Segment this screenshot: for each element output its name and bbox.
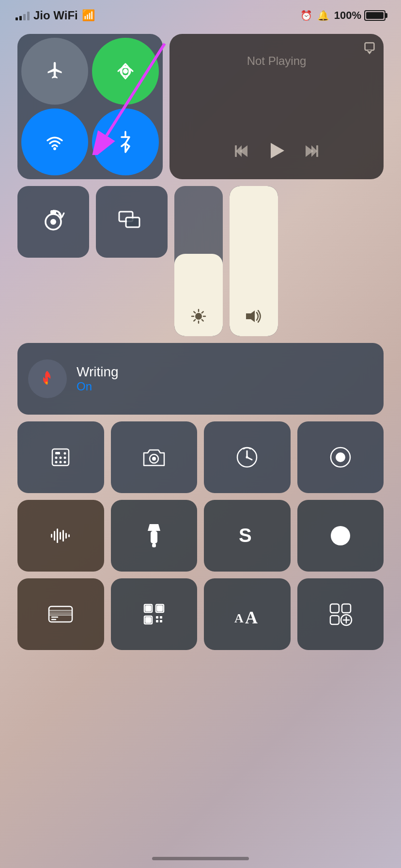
wifi-icon: 📶 <box>82 9 95 22</box>
media-play-button[interactable] <box>266 140 287 166</box>
svg-text:A: A <box>234 611 244 625</box>
top-row: Not Playing <box>17 34 384 179</box>
svg-rect-5 <box>365 43 374 50</box>
icon-row-2: S <box>17 500 384 572</box>
svg-rect-69 <box>160 616 162 619</box>
flashlight-button[interactable] <box>111 500 198 572</box>
screen-mirror-button[interactable] <box>96 186 168 258</box>
writing-tools-icon <box>28 359 67 398</box>
volume-slider[interactable] <box>230 186 278 336</box>
signal-bar-2 <box>19 16 22 20</box>
svg-point-35 <box>60 461 62 464</box>
svg-point-3 <box>123 69 128 74</box>
text-size-button[interactable]: A A <box>204 578 291 650</box>
svg-text:S: S <box>239 525 252 546</box>
svg-rect-30 <box>55 452 60 454</box>
media-controls <box>178 140 375 166</box>
svg-rect-55 <box>152 543 156 547</box>
svg-marker-28 <box>246 310 255 322</box>
status-bar: Jio WiFi 📶 ⏰ 🔔 100% <box>0 0 401 26</box>
signal-bar-3 <box>23 14 26 20</box>
svg-rect-12 <box>316 145 318 157</box>
silent-icon: 🔔 <box>317 10 329 21</box>
svg-rect-48 <box>57 528 58 543</box>
svg-marker-53 <box>148 524 160 531</box>
svg-line-27 <box>194 320 195 321</box>
airplane-mode-button[interactable] <box>21 38 88 105</box>
svg-point-37 <box>64 452 66 455</box>
volume-icon <box>245 309 262 327</box>
writing-tools-status: On <box>77 380 119 393</box>
status-right: ⏰ 🔔 100% <box>300 9 386 22</box>
alarm-icon: ⏰ <box>300 10 312 21</box>
writing-tools-title: Writing <box>77 364 119 380</box>
media-next-button[interactable] <box>302 142 319 164</box>
svg-rect-52 <box>68 534 70 537</box>
svg-rect-51 <box>65 533 67 539</box>
media-prev-button[interactable] <box>234 142 251 164</box>
svg-point-33 <box>64 457 66 459</box>
bluetooth-button[interactable] <box>92 108 159 175</box>
wifi-button[interactable] <box>21 108 88 175</box>
home-indicator <box>152 857 249 860</box>
add-widget-button[interactable] <box>297 578 384 650</box>
svg-rect-76 <box>342 604 351 613</box>
calculator-button[interactable] <box>17 421 104 493</box>
rotation-lock-button[interactable] <box>17 186 89 258</box>
third-row: Writing On <box>17 343 384 415</box>
svg-rect-63 <box>146 606 151 611</box>
media-player-block: Not Playing <box>170 34 384 179</box>
cellular-data-button[interactable] <box>92 38 159 105</box>
svg-point-43 <box>246 456 248 459</box>
sliders-block <box>174 186 384 336</box>
svg-rect-49 <box>60 532 61 540</box>
screen-record-button[interactable] <box>297 421 384 493</box>
svg-point-32 <box>60 457 62 459</box>
svg-point-4 <box>53 147 56 150</box>
svg-rect-65 <box>157 606 162 611</box>
airplay-icon[interactable] <box>362 41 377 59</box>
battery-container: 100% <box>334 9 386 22</box>
voice-memos-button[interactable] <box>17 500 104 572</box>
svg-rect-18 <box>127 218 139 226</box>
svg-line-25 <box>202 320 203 321</box>
svg-rect-50 <box>62 530 64 542</box>
svg-rect-71 <box>160 620 162 622</box>
second-row <box>17 186 384 336</box>
svg-marker-9 <box>271 143 284 158</box>
icon-row-1 <box>17 421 384 493</box>
battery-icon <box>364 10 386 21</box>
svg-point-57 <box>331 526 350 545</box>
carrier-name: Jio WiFi <box>33 9 78 22</box>
svg-rect-67 <box>146 618 151 622</box>
signal-bar-4 <box>27 12 30 20</box>
svg-point-34 <box>55 461 58 464</box>
battery-fill <box>366 12 384 19</box>
svg-rect-70 <box>156 620 158 622</box>
writing-tools-text: Writing On <box>77 364 119 393</box>
connectivity-block <box>17 34 163 179</box>
writing-tools-button[interactable]: Writing On <box>17 343 384 415</box>
svg-text:A: A <box>245 608 258 626</box>
svg-rect-46 <box>51 534 52 538</box>
svg-rect-68 <box>156 616 158 619</box>
svg-point-45 <box>336 452 345 462</box>
svg-rect-8 <box>235 145 237 157</box>
media-not-playing-label: Not Playing <box>178 54 375 68</box>
camera-button[interactable] <box>111 421 198 493</box>
svg-point-19 <box>195 313 202 320</box>
dark-mode-button[interactable] <box>297 500 384 572</box>
battery-percent: 100% <box>334 9 361 22</box>
shazam-button[interactable]: S <box>204 500 291 572</box>
clock-button[interactable] <box>204 421 291 493</box>
wallet-button[interactable] <box>17 578 104 650</box>
code-scanner-button[interactable] <box>111 578 198 650</box>
svg-rect-54 <box>151 531 157 543</box>
svg-rect-75 <box>330 616 339 624</box>
brightness-slider[interactable] <box>174 186 223 336</box>
icon-row-3: A A <box>17 578 384 650</box>
signal-bar-1 <box>15 17 18 20</box>
svg-point-14 <box>50 219 56 225</box>
svg-rect-47 <box>54 531 55 541</box>
svg-line-26 <box>202 311 203 313</box>
